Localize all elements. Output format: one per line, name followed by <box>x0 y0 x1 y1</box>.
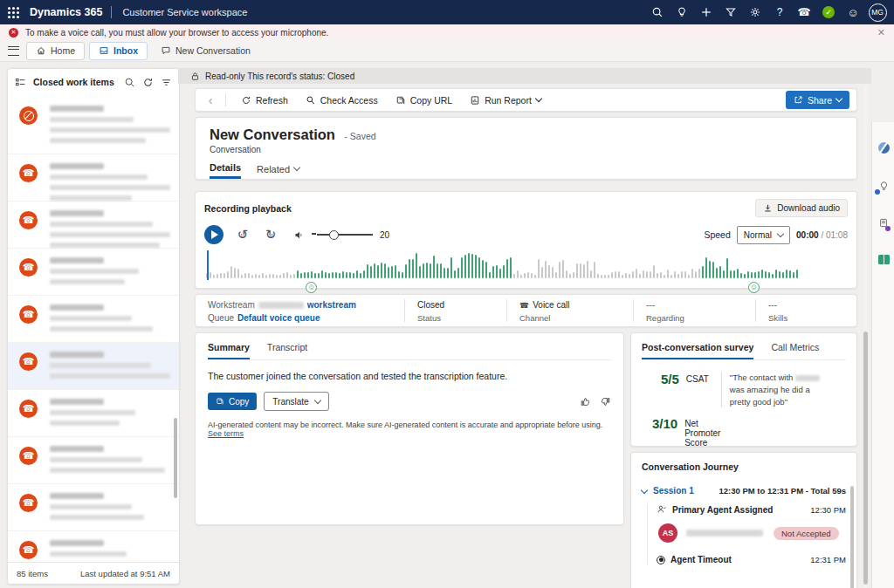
volume-icon[interactable] <box>293 229 305 241</box>
skip-forward-button[interactable]: ↻30 <box>262 226 279 243</box>
run-report-button[interactable]: Run Report <box>462 91 549 110</box>
waveform-bar <box>541 267 543 278</box>
sidebar-scrollbar[interactable] <box>174 418 177 498</box>
work-item[interactable]: ☎ <box>8 484 179 531</box>
sidebar-refresh-icon[interactable] <box>142 77 154 88</box>
sidebar-filter-icon[interactable] <box>161 77 172 88</box>
volume-slider[interactable] <box>317 234 373 236</box>
redacted-text <box>50 410 135 415</box>
waveform-bar <box>475 255 477 278</box>
help-icon[interactable]: ? <box>768 0 791 24</box>
work-item[interactable]: ☎ <box>8 531 179 561</box>
hamburger-menu-icon[interactable] <box>0 46 26 56</box>
waveform-bar <box>412 259 414 278</box>
tab-inbox[interactable]: Inbox <box>89 42 148 60</box>
phone-call-icon: ☎ <box>19 541 38 559</box>
waveform-bar <box>220 273 222 278</box>
work-item[interactable]: ☎ <box>8 343 179 390</box>
see-terms-link[interactable]: See terms <box>208 429 244 438</box>
tab-details[interactable]: Details <box>210 162 241 179</box>
waveform-bar <box>761 270 763 278</box>
waveform-bar <box>482 260 484 278</box>
tab-new-conversation[interactable]: New Conversation <box>152 43 259 59</box>
waveform-bar <box>430 263 431 278</box>
presence-status-icon[interactable]: ✓ <box>817 0 840 24</box>
filter-icon[interactable] <box>719 0 742 24</box>
tab-transcript[interactable]: Transcript <box>267 342 307 359</box>
work-item[interactable] <box>8 97 179 154</box>
play-button[interactable] <box>204 225 224 244</box>
journey-scrollbar[interactable] <box>850 486 854 588</box>
download-audio-button[interactable]: Download audio <box>755 199 848 217</box>
notification-close-icon[interactable]: ✕ <box>877 27 885 38</box>
translate-button[interactable]: Translate <box>264 392 328 411</box>
copilot-icon[interactable] <box>872 133 894 162</box>
csat-value: 5/5 <box>661 372 679 386</box>
copy-button[interactable]: Copy <box>208 393 257 410</box>
check-access-button[interactable]: Check Access <box>298 91 386 110</box>
phone-icon[interactable]: ☎ <box>793 0 815 24</box>
tab-related[interactable]: Related <box>257 162 299 179</box>
feedback-smiley-icon[interactable]: ☺ <box>842 0 864 24</box>
thumbs-down-icon[interactable] <box>600 396 611 407</box>
list-layout-icon[interactable] <box>15 77 26 88</box>
work-item[interactable]: ☎ <box>8 296 179 343</box>
skip-back-button[interactable]: ↺10 <box>234 226 251 243</box>
work-item[interactable]: ☎ <box>8 437 179 484</box>
field-status: Closed Status <box>405 299 507 322</box>
phone-call-icon: ☎ <box>19 400 38 418</box>
copy-url-button[interactable]: Copy URL <box>388 91 460 110</box>
waveform-bar <box>353 273 354 278</box>
tab-post-conversation-survey[interactable]: Post-conversation survey <box>642 342 753 359</box>
speed-dropdown[interactable]: Normal <box>737 226 790 244</box>
sidebar-search-icon[interactable] <box>124 77 135 88</box>
back-chevron-icon[interactable]: ‹ <box>203 93 218 107</box>
waveform-bar <box>265 275 267 278</box>
waveform-bar <box>405 264 407 278</box>
agent-avatar[interactable]: AS <box>658 523 677 543</box>
sentiment-marker-icon[interactable]: ☺ <box>748 282 760 293</box>
add-icon[interactable] <box>695 0 718 24</box>
app-launcher-icon[interactable] <box>0 0 26 24</box>
app-name[interactable]: Customer Service workspace <box>122 7 247 17</box>
agent-scripts-icon[interactable] <box>872 208 894 237</box>
tab-call-metrics[interactable]: Call Metrics <box>771 342 819 359</box>
waveform-bar <box>297 270 299 278</box>
work-item[interactable]: ☎ <box>8 249 179 296</box>
search-icon[interactable] <box>646 0 669 24</box>
sentiment-marker-icon[interactable]: ☺ <box>306 282 317 293</box>
field-channel: ☎Voice call Channel <box>507 299 634 322</box>
event-primary-agent: Primary Agent Assigned 12:30 PM <box>657 504 846 515</box>
session-row[interactable]: Session 1 12:30 PM to 12:31 PM - Total 5… <box>642 486 846 496</box>
redacted-text <box>50 138 146 143</box>
work-item[interactable]: ☎ <box>8 390 179 437</box>
volume-slider-knob[interactable] <box>329 230 339 240</box>
workstream-link[interactable]: workstream <box>307 300 356 310</box>
thumbs-up-icon[interactable] <box>580 396 591 407</box>
share-button[interactable]: Share <box>786 91 849 109</box>
redacted-text <box>50 540 104 546</box>
main-scrollbar-thumb[interactable] <box>863 332 868 585</box>
settings-gear-icon[interactable] <box>744 0 767 24</box>
work-item[interactable]: ☎ <box>8 202 179 249</box>
session-expand-chevron-icon[interactable] <box>641 486 648 493</box>
waveform-bar <box>583 264 585 278</box>
tab-summary[interactable]: Summary <box>208 342 250 359</box>
waveform-bar <box>789 270 791 278</box>
waveform-bar <box>332 272 334 278</box>
queue-link[interactable]: Default voice queue <box>237 313 320 323</box>
work-item[interactable]: ☎ <box>8 154 179 202</box>
knowledge-search-icon[interactable] <box>872 244 894 274</box>
smart-assist-icon[interactable] <box>872 171 894 201</box>
agent-row: AS Not Accepted <box>658 523 846 543</box>
field-workstream: Workstreamworkstream QueueDefault voice … <box>196 299 405 322</box>
waveform-bar <box>423 263 424 278</box>
waveform-bar <box>244 273 246 278</box>
lightbulb-icon[interactable] <box>670 0 693 24</box>
refresh-button[interactable]: Refresh <box>233 91 296 110</box>
tab-home[interactable]: Home <box>26 42 85 60</box>
user-avatar[interactable]: MG <box>866 0 889 24</box>
waveform-playhead[interactable] <box>207 250 209 280</box>
presence-available-check: ✓ <box>822 6 835 18</box>
session-link[interactable]: Session 1 <box>653 486 694 496</box>
